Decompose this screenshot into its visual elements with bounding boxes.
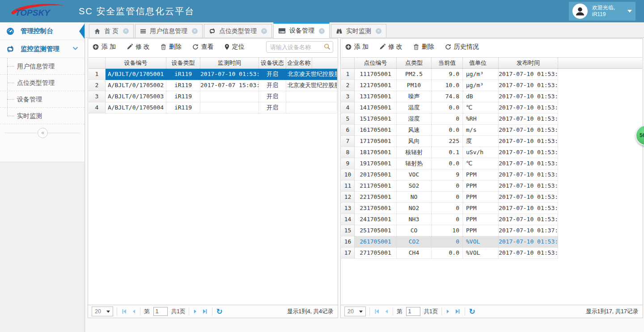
device-column-header[interactable]: 设备状态	[259, 58, 286, 68]
point-row[interactable]: 3131705001噪声74.8dB2017-07-10 01:53:22	[341, 91, 642, 102]
next-page-button[interactable]	[193, 308, 198, 315]
add-button[interactable]: 添 加	[93, 43, 116, 51]
device-column-header[interactable]: 设备编号	[106, 58, 166, 68]
device-cell: iR119	[166, 69, 200, 80]
close-icon[interactable]: ×	[376, 28, 381, 34]
user-menu[interactable]: 欢迎光临, iR119	[569, 2, 636, 21]
point-row[interactable]: 5151705001湿度0%RH2017-07-10 01:53:22	[341, 113, 642, 125]
next-page-button[interactable]	[445, 308, 451, 315]
point-cell: 2017-07-10 01:53:22	[499, 203, 558, 214]
first-page-button[interactable]	[373, 308, 380, 315]
device-row[interactable]: 1A/BJLT/0/1705001iR1192017-07-10 01:53:2…	[89, 69, 337, 80]
point-table-header: 点位编号点类型当前值值单位发布时间	[341, 57, 642, 69]
point-cell: 9	[341, 158, 355, 169]
sidebar-item-monitor[interactable]: 监控监测管理	[0, 40, 85, 58]
device-column-header[interactable]	[89, 58, 106, 68]
delete-label: 删除	[169, 43, 182, 51]
page-size-value: 20	[347, 308, 354, 315]
map-pin-icon	[225, 44, 229, 50]
reload-icon[interactable]: ↻	[469, 307, 475, 316]
page-number-input[interactable]	[406, 307, 420, 316]
device-column-header[interactable]: 监测时间	[200, 58, 259, 68]
device-row[interactable]: 4A/BJLT/0/1705004iR119开启	[89, 102, 337, 113]
first-page-button[interactable]	[121, 308, 127, 315]
delete-button[interactable]: 删除	[161, 43, 182, 51]
point-cell: 201705001	[355, 169, 397, 181]
sidebar-item-user-info[interactable]: 用户信息管理	[0, 58, 85, 75]
point-row[interactable]: 13231705001NO20PPM2017-07-10 01:53:22	[341, 203, 642, 214]
prev-page-button[interactable]	[131, 308, 136, 315]
page-size-select[interactable]: 20	[92, 307, 113, 316]
point-cell: 0	[432, 192, 463, 203]
edit-button[interactable]: 修 改	[379, 43, 402, 51]
point-column-header[interactable]: 当前值	[432, 58, 463, 68]
point-column-header[interactable]: 值单位	[463, 58, 499, 68]
tab-home[interactable]: 首 页 ×	[89, 24, 134, 38]
point-row[interactable]: 17271705001CH40.0%VOL2017-07-10 01:53:21	[341, 248, 642, 259]
point-row[interactable]: 9191705001辐射热0.0℃2017-07-10 01:53:21	[341, 158, 642, 169]
point-row[interactable]: 10201705001VOC9PPM2017-07-10 01:53:22	[341, 169, 642, 181]
plus-circle-icon	[345, 44, 352, 50]
point-row[interactable]: 2121705001PM1010.0μg/m³2017-07-10 01:53:…	[341, 80, 642, 91]
tab-bar: 首 页 × 用户信息管理 × 点位类型管理 × 设备管理 × 实时监测 ×	[85, 22, 644, 38]
close-icon[interactable]: ×	[319, 28, 325, 34]
tab-point-type[interactable]: 点位类型管理 ×	[204, 24, 272, 38]
point-cell: μg/m³	[463, 80, 499, 91]
prev-page-button[interactable]	[384, 308, 389, 315]
close-icon[interactable]: ×	[123, 28, 129, 34]
point-row[interactable]: 15251705001CO10PPM2017-07-10 01:37:01	[341, 225, 642, 236]
last-page-button[interactable]	[454, 308, 461, 315]
page-number-input[interactable]	[153, 307, 168, 316]
point-row[interactable]: 7171705001风向225度2017-07-10 01:53:21	[341, 136, 642, 147]
view-button[interactable]: 查看	[192, 43, 214, 51]
sidebar-item-point-type[interactable]: 点位类型管理	[0, 75, 85, 91]
point-row[interactable]: 4141705001温度0.0℃2017-07-10 01:53:22	[341, 102, 642, 113]
point-column-header[interactable]: 点类型	[397, 58, 432, 68]
point-row[interactable]: 6161705001风速0.0m/s2017-07-10 01:53:21	[341, 125, 642, 136]
reload-icon[interactable]: ↻	[216, 307, 222, 316]
point-cell: ℃	[463, 102, 499, 113]
history-button[interactable]: 历史情况	[445, 43, 479, 51]
point-cell: m/s	[463, 125, 499, 136]
device-column-header[interactable]: 企业名称	[286, 58, 312, 68]
search-icon[interactable]	[324, 43, 330, 50]
point-cell: 161705001	[355, 125, 397, 136]
home-icon	[94, 28, 101, 34]
locate-label: 定位	[232, 43, 245, 51]
tab-device-management[interactable]: 设备管理 ×	[273, 22, 330, 38]
close-icon[interactable]: ×	[261, 28, 267, 34]
edit-button[interactable]: 修 改	[127, 43, 150, 51]
point-cell: 2017-07-10 01:53:22	[499, 169, 558, 181]
sidebar-item-realtime[interactable]: 实时监测	[0, 108, 85, 124]
tab-realtime-monitor[interactable]: 实时监测 ×	[331, 24, 386, 38]
delete-button[interactable]: 删除	[413, 43, 434, 51]
sidebar-item-console[interactable]: 管理控制台	[0, 22, 85, 40]
last-page-button[interactable]	[202, 308, 208, 315]
close-icon[interactable]: ×	[192, 28, 198, 34]
point-column-header[interactable]: 发布时间	[499, 58, 558, 68]
sidebar-item-device[interactable]: 设备管理	[0, 91, 85, 108]
add-button[interactable]: 添 加	[345, 43, 369, 51]
device-row[interactable]: 3A/BJLT/0/1705003iR119开启	[89, 91, 337, 102]
point-row[interactable]: 16261705001CO20%VOL2017-07-10 01:53:22	[341, 236, 642, 248]
point-cell: 2017-07-10 01:53:21	[499, 80, 558, 91]
point-cell: 221705001	[355, 192, 397, 203]
point-row[interactable]: 12221705001NO0PPM2017-07-10 01:53:21	[341, 192, 642, 203]
point-row[interactable]: 1111705001PM2.59.0μg/m³2017-07-10 01:53:…	[341, 69, 642, 80]
device-search	[266, 41, 333, 53]
point-column-header[interactable]: 点位编号	[355, 58, 397, 68]
device-column-header[interactable]: 设备类型	[166, 58, 200, 68]
search-input[interactable]	[266, 41, 333, 53]
point-column-header[interactable]	[341, 58, 355, 68]
point-row[interactable]: 8181705001核辐射0.1uSv/h2017-07-10 01:53:21	[341, 147, 642, 158]
point-row[interactable]: 14241705001NH30PPM2017-07-10 01:53:21	[341, 214, 642, 225]
top-header: TOPSKY SC 安全监管信息化云平台 欢迎光临, iR119	[0, 0, 644, 22]
point-cell: PPM	[463, 203, 499, 214]
tab-user-info[interactable]: 用户信息管理 ×	[135, 24, 203, 38]
locate-button[interactable]: 定位	[225, 43, 245, 51]
point-row[interactable]: 11211705001SO20PPM2017-07-10 01:53:22	[341, 181, 642, 192]
device-row[interactable]: 2A/BJLT/0/1705002iR1192017-07-07 15:03:0…	[89, 80, 337, 91]
chevron-down-icon	[72, 46, 78, 50]
sidebar-collapse-button[interactable]: «	[38, 128, 48, 138]
page-size-select[interactable]: 20	[344, 307, 366, 316]
